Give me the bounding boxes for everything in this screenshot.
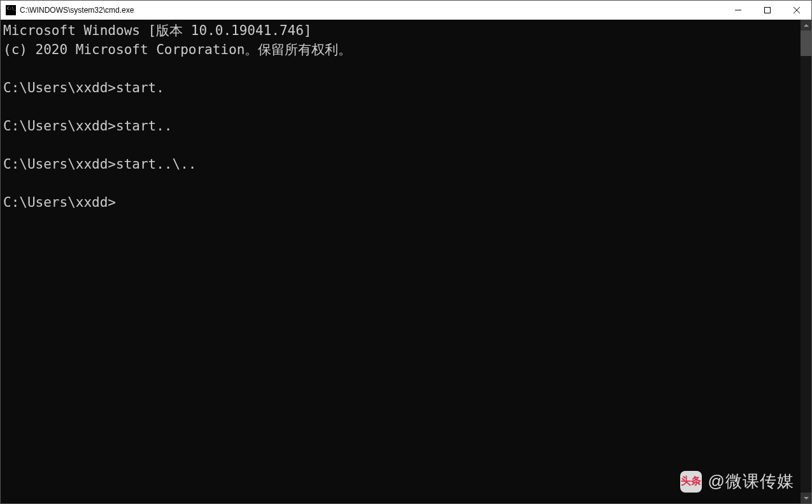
window-title: C:\WINDOWS\system32\cmd.exe	[20, 6, 723, 15]
terminal-line: C:\Users\xxdd>	[3, 193, 801, 212]
scroll-thumb[interactable]	[801, 31, 811, 56]
scroll-up-button[interactable]	[801, 20, 811, 31]
terminal-line	[3, 59, 801, 78]
terminal-line	[3, 136, 801, 155]
terminal-line: C:\Users\xxdd>start..	[3, 116, 801, 136]
window-controls	[723, 1, 811, 19]
chevron-down-icon	[804, 497, 809, 500]
terminal-line: C:\Users\xxdd>start.	[3, 78, 801, 97]
chevron-up-icon	[804, 24, 809, 27]
close-icon	[794, 7, 800, 13]
minimize-button[interactable]	[723, 1, 753, 19]
terminal-output[interactable]: Microsoft Windows [版本 10.0.19041.746](c)…	[1, 20, 801, 503]
client-area: Microsoft Windows [版本 10.0.19041.746](c)…	[1, 20, 811, 503]
maximize-icon	[764, 7, 771, 13]
scroll-down-button[interactable]	[801, 493, 811, 503]
cmd-icon	[6, 5, 16, 15]
terminal-line	[3, 97, 801, 116]
terminal-line	[3, 174, 801, 193]
minimize-icon	[735, 7, 741, 13]
terminal-line: (c) 2020 Microsoft Corporation。保留所有权利。	[3, 40, 801, 59]
vertical-scrollbar[interactable]	[801, 20, 811, 503]
terminal-line: Microsoft Windows [版本 10.0.19041.746]	[3, 21, 801, 40]
terminal-line: C:\Users\xxdd>start..\..	[3, 155, 801, 174]
maximize-button[interactable]	[753, 1, 782, 19]
titlebar[interactable]: C:\WINDOWS\system32\cmd.exe	[1, 1, 811, 20]
svg-rect-1	[765, 7, 771, 13]
cmd-window: C:\WINDOWS\system32\cmd.exe Microsoft Wi…	[0, 0, 812, 504]
scroll-track[interactable]	[801, 31, 811, 493]
close-button[interactable]	[782, 1, 811, 19]
